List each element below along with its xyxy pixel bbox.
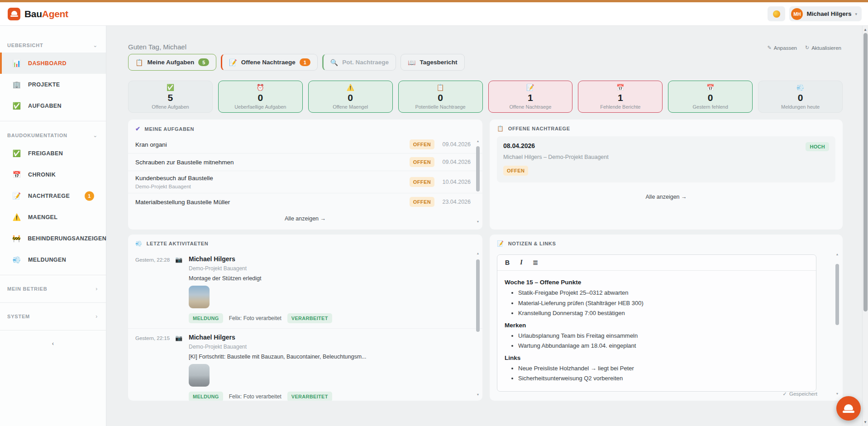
note-heading: Woche 15 – Offene Punkte (505, 278, 809, 287)
sidebar-item-maengel[interactable]: ⚠️ MAENGEL (0, 206, 106, 228)
activity-item[interactable]: Gestern, 22:15 📷 Michael Hilgers Demo-Pr… (128, 329, 482, 401)
stat-label: Fehlende Berichte (600, 104, 640, 110)
user-menu-button[interactable]: MH Michael Hilgers ▾ (789, 6, 862, 21)
sidebar-section-uebersicht[interactable]: UEBERSICHT ⌄ (0, 42, 106, 53)
check-icon: ✅ (167, 84, 174, 91)
sun-icon (773, 10, 780, 18)
stat-card-fehlende-berichte[interactable]: 📅 1 Fehlende Berichte (578, 81, 663, 113)
scrollbar[interactable]: ▲ ▼ (475, 252, 481, 396)
scroll-up-icon[interactable]: ▲ (477, 252, 480, 255)
status-badge: OFFEN (410, 157, 434, 167)
scroll-down-icon[interactable]: ▼ (477, 393, 480, 396)
pot-nachtraege-button[interactable]: 🔍 Pot. Nachtraege (322, 54, 396, 71)
scroll-thumb[interactable] (476, 259, 480, 332)
chat-fab-button[interactable] (836, 396, 861, 421)
scroll-up-icon[interactable]: ▲ (863, 28, 868, 32)
task-row[interactable]: Kran organi OFFEN 09.04.2026 (128, 136, 482, 153)
scroll-thumb[interactable] (476, 146, 480, 191)
clipboard-icon: 📋 (436, 84, 444, 91)
scroll-up-icon[interactable]: ▲ (477, 139, 480, 143)
scroll-down-icon[interactable]: ▼ (836, 392, 839, 395)
helmet-icon (843, 404, 854, 413)
nachtrag-card[interactable]: 08.04.2026 HOCH Michael Hilgers – Demo-P… (497, 136, 835, 182)
theme-toggle-button[interactable] (768, 6, 785, 21)
verarbeitet-badge: VERARBEITET (287, 313, 332, 323)
status-badge: OFFEN (503, 166, 528, 176)
stat-card-offene-maengel[interactable]: ⚠️ 0 Offene Maengel (308, 81, 393, 113)
section-label: MEIN BETRIEB (7, 286, 47, 292)
stat-card-ueberfaellige-aufgaben[interactable]: ⏰ 0 Ueberfaellige Aufgaben (218, 81, 303, 113)
activity-photo-thumbnail[interactable] (189, 286, 210, 308)
task-row[interactable]: Materialbestellung Baustelle Müller OFFE… (128, 193, 482, 211)
stat-label: Gestern fehlend (693, 104, 728, 110)
scroll-thumb[interactable] (835, 264, 839, 325)
tagesbericht-button[interactable]: 📖 Tagesbericht (401, 54, 465, 71)
scroll-thumb[interactable] (863, 33, 868, 311)
scroll-down-icon[interactable]: ▼ (477, 220, 480, 223)
task-project: Demo-Projekt Bauagent (135, 184, 410, 189)
refresh-icon: ↻ (805, 45, 809, 51)
task-row[interactable]: Kundenbesuch auf Baustelle Demo-Projekt … (128, 171, 482, 193)
count-badge: 5 (198, 58, 209, 66)
alle-anzeigen-link[interactable]: Alle anzeigen → (490, 189, 843, 205)
clipboard-icon: 📋 (497, 125, 504, 132)
activity-photo-thumbnail[interactable] (189, 364, 210, 387)
panel-title: NOTIZEN & LINKS (508, 241, 556, 246)
verarbeitet-badge: VERARBEITET (287, 392, 332, 401)
scroll-up-icon[interactable]: ▲ (836, 253, 839, 256)
scrollbar[interactable]: ▲ ▼ (835, 253, 840, 395)
memo-icon: 📝 (526, 84, 534, 91)
stat-label: Offene Maengel (333, 104, 368, 110)
sidebar-section-baudokumentation[interactable]: BAUDOKUMENTATION ⌄ (0, 126, 106, 143)
sidebar-collapse-button[interactable]: ‹ (0, 335, 106, 352)
camera-icon: 📷 (175, 255, 189, 323)
stat-card-offene-aufgaben[interactable]: ✅ 5 Offene Aufgaben (128, 81, 213, 113)
meine-aufgaben-button[interactable]: 📋 Meine Aufgaben 5 (128, 54, 216, 71)
sidebar-item-freigaben[interactable]: ✅ FREIGABEN (0, 143, 106, 164)
scrollbar[interactable]: ▲ ▼ (475, 139, 481, 223)
sidebar-item-meldungen[interactable]: 💨 MELDUNGEN (0, 249, 106, 270)
sidebar-item-chronik[interactable]: 📅 CHRONIK (0, 164, 106, 185)
anpassen-link[interactable]: ✎ Anpassen (768, 45, 797, 51)
sidebar-item-projekte[interactable]: 🏢 PROJEKTE (0, 74, 106, 95)
sidebar-item-aufgaben[interactable]: ✅ AUFGABEN (0, 95, 106, 116)
memo-icon: 📝 (12, 192, 21, 200)
activity-note: Felix: Foto verarbeitet (229, 393, 281, 400)
nachtrag-date: 08.04.2026 (503, 142, 829, 149)
top-bar: BauAgent MH Michael Hilgers ▾ (0, 0, 868, 26)
task-row[interactable]: Schrauben zur Baustelle mitnehmen OFFEN … (128, 153, 482, 171)
sidebar-section-system[interactable]: SYSTEM › (0, 307, 106, 325)
stat-card-potentielle-nachtraege[interactable]: 📋 0 Potentielle Nachtraege (398, 81, 483, 113)
notes-content[interactable]: Woche 15 – Offene Punkte Statik-Freigabe… (497, 271, 816, 391)
page-scrollbar[interactable]: ▲ ▼ (862, 26, 868, 426)
divider (0, 121, 106, 121)
sidebar-item-nachtraege[interactable]: 📝 NACHTRAEGE 1 (0, 185, 106, 206)
scroll-down-icon[interactable]: ▼ (863, 420, 868, 424)
alle-anzeigen-link[interactable]: Alle anzeigen → (128, 211, 482, 227)
aktualisieren-link[interactable]: ↻ Aktualisieren (805, 45, 841, 51)
notes-editor[interactable]: B I ≣ Woche 15 – Offene Punkte Statik-Fr… (497, 254, 816, 392)
button-label: Offene Nachtraege (241, 59, 296, 66)
stat-card-meldungen-heute[interactable]: 💨 0 Meldungen heute (758, 81, 843, 113)
note-bullet: Material-Lieferung prüfen (Stahlträger H… (518, 299, 809, 307)
stat-card-offene-nachtraege[interactable]: 📝 1 Offene Nachtraege (488, 81, 573, 113)
offene-nachtraege-button[interactable]: 📝 Offene Nachtraege 1 (221, 54, 318, 71)
activity-text: [KI] Fortschritt: Baustelle mit Bauzaun,… (189, 354, 475, 360)
stat-value: 0 (708, 92, 713, 103)
activity-time: Gestern, 22:15 (135, 334, 175, 401)
sidebar-item-dashboard[interactable]: 📊 DASHBOARD (0, 53, 106, 74)
sidebar-section-mein-betrieb[interactable]: MEIN BETRIEB › (0, 280, 106, 298)
activity-item[interactable]: Gestern, 22:28 📷 Michael Hilgers Demo-Pr… (128, 250, 482, 329)
bold-button[interactable]: B (502, 258, 513, 268)
letzte-aktivitaeten-panel: 💨 LETZTE AKTIVITAETEN Gestern, 22:28 📷 M… (128, 235, 482, 401)
stat-card-gestern-fehlend[interactable]: 📅 0 Gestern fehlend (668, 81, 753, 113)
app-logo[interactable]: BauAgent (8, 8, 68, 20)
bullet-list-button[interactable]: ≣ (530, 258, 541, 268)
chevron-right-icon: › (95, 286, 98, 292)
note-bullet: Urlaubsplanung Team bis Freitag einsamme… (518, 332, 809, 340)
stat-value: 0 (258, 92, 263, 103)
note-bullet: Neue Preisliste Holzhandel → liegt bei P… (518, 364, 809, 373)
italic-button[interactable]: I (516, 258, 527, 268)
task-date: 23.04.2026 (434, 199, 471, 205)
sidebar-item-behinderungsanzeigen[interactable]: 🚧 BEHINDERUNGSANZEIGEN (0, 228, 106, 249)
